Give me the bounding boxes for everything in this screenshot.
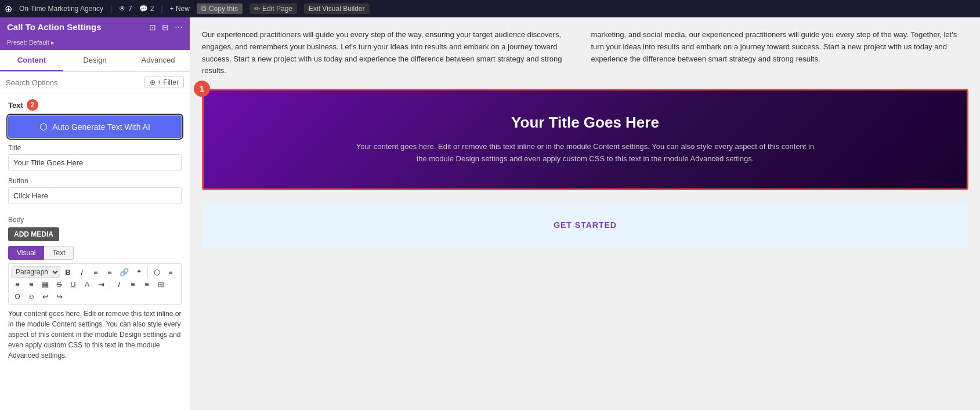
edit-label: Edit Page bbox=[262, 5, 292, 13]
button-input[interactable] bbox=[8, 187, 182, 204]
quote-button[interactable]: ❝ bbox=[132, 266, 145, 278]
filter-button[interactable]: ⊕ + Filter bbox=[144, 77, 184, 88]
text-section: Text 2 ⬡ Auto Generate Text With AI bbox=[0, 93, 190, 144]
ai-btn-label: Auto Generate Text With AI bbox=[52, 122, 150, 132]
comments-item[interactable]: 💬 2 bbox=[139, 5, 154, 13]
text-badge: 2 bbox=[27, 99, 38, 111]
comments-count: 2 bbox=[150, 5, 154, 13]
ai-icon: ⬡ bbox=[39, 121, 48, 132]
title-label: Title bbox=[8, 144, 182, 152]
col2-text: marketing, and social media, our experie… bbox=[591, 29, 969, 65]
title-section: Title Button bbox=[0, 144, 190, 216]
site-name-item[interactable]: On-Time Marketing Agency bbox=[19, 5, 103, 13]
site-name: On-Time Marketing Agency bbox=[19, 5, 103, 13]
align-justify-button[interactable]: ≡ bbox=[25, 279, 38, 290]
tab-design[interactable]: Design bbox=[63, 50, 126, 71]
text-section-label: Text 2 bbox=[8, 99, 182, 111]
cta-body: Your content goes here. Edit or remove t… bbox=[353, 141, 818, 165]
ai-generate-button[interactable]: ⬡ Auto Generate Text With AI bbox=[8, 115, 182, 138]
sidebar: Call To Action Settings ⊡ ⊟ ⋯ Preset: De… bbox=[0, 17, 190, 410]
toolbar-sep-2 bbox=[110, 279, 110, 290]
copy-label: Copy this bbox=[209, 5, 238, 13]
title-input[interactable] bbox=[8, 154, 182, 171]
views-item[interactable]: 👁 7 bbox=[119, 5, 132, 13]
redo-button[interactable]: ↪ bbox=[53, 291, 66, 302]
ul-button[interactable]: ≡ bbox=[89, 266, 102, 278]
topbar: ⊕ On-Time Marketing Agency | 👁 7 💬 2 | +… bbox=[0, 0, 980, 17]
title-field-group: Title bbox=[8, 144, 182, 171]
content-col-1: Our experienced practitioners will guide… bbox=[202, 29, 580, 77]
content-col-2: marketing, and social media, our experie… bbox=[591, 29, 969, 77]
indent-button[interactable]: ⇥ bbox=[95, 279, 107, 290]
col1-text: Our experienced practitioners will guide… bbox=[202, 29, 580, 77]
main-content: Our experienced practitioners will guide… bbox=[190, 17, 980, 410]
add-media-label: ADD MEDIA bbox=[14, 230, 53, 238]
list3-button[interactable]: ≡ bbox=[140, 279, 153, 290]
strike-button[interactable]: S bbox=[53, 279, 66, 290]
toolbar-sep-1 bbox=[147, 266, 148, 278]
cta-wrapper: 1 Your Title Goes Here Your content goes… bbox=[202, 89, 968, 190]
editor-tabs: Visual Text bbox=[8, 246, 182, 260]
align-center-button[interactable]: ≡ bbox=[164, 266, 177, 278]
sidebar-header: Call To Action Settings ⊡ ⊟ ⋯ bbox=[0, 17, 190, 37]
get-started-label: GET STARTED bbox=[554, 220, 617, 230]
comment-icon: 💬 bbox=[139, 5, 148, 13]
sidebar-header-icons: ⊡ ⊟ ⋯ bbox=[149, 23, 183, 32]
edit-page-button[interactable]: ✏ Edit Page bbox=[249, 3, 297, 14]
align-right-button[interactable]: ≡ bbox=[11, 279, 24, 290]
cta-title: Your Title Goes Here bbox=[511, 114, 659, 132]
link-button[interactable]: 🔗 bbox=[117, 266, 131, 278]
add-media-button[interactable]: ADD MEDIA bbox=[8, 227, 59, 241]
eye-icon: 👁 bbox=[119, 5, 126, 13]
bottom-strip: GET STARTED bbox=[202, 202, 968, 248]
exit-builder-button[interactable]: Exit Visual Builder bbox=[304, 3, 370, 14]
cta-badge: 1 bbox=[194, 81, 210, 97]
preset-label: Preset: Default ▸ bbox=[0, 37, 190, 50]
new-label: + New bbox=[170, 5, 190, 13]
maximize-icon[interactable]: ⊡ bbox=[149, 23, 156, 32]
tab-advanced[interactable]: Advanced bbox=[126, 50, 190, 71]
paragraph-select[interactable]: Paragraph bbox=[11, 266, 60, 278]
editor-tab-visual[interactable]: Visual bbox=[8, 246, 44, 260]
new-item[interactable]: + New bbox=[170, 5, 190, 13]
search-input[interactable] bbox=[6, 78, 141, 87]
button-label: Button bbox=[8, 177, 182, 185]
editor-toolbar: Paragraph B I ≡ ≡ 🔗 ❝ ⬡ ≡ ≡ ≡ ▦ S U A ⇥ … bbox=[8, 263, 182, 305]
sidebar-tabs: Content Design Advanced bbox=[0, 50, 190, 72]
align-left-button[interactable]: ⬡ bbox=[150, 266, 163, 278]
table-button[interactable]: ▦ bbox=[39, 279, 52, 290]
ol-button[interactable]: ≡ bbox=[103, 266, 116, 278]
views-count: 7 bbox=[128, 5, 132, 13]
omega-button[interactable]: Ω bbox=[11, 291, 24, 302]
expand-button[interactable]: ⊞ bbox=[154, 279, 167, 290]
body-label: Body bbox=[8, 216, 182, 224]
expand-icon[interactable]: ⊟ bbox=[162, 23, 169, 32]
wp-icon[interactable]: ⊕ bbox=[5, 3, 12, 14]
cta-module[interactable]: Your Title Goes Here Your content goes h… bbox=[202, 89, 968, 190]
italic-button[interactable]: I bbox=[75, 266, 88, 278]
emoji-button[interactable]: ☺ bbox=[25, 291, 38, 302]
color-button[interactable]: A bbox=[81, 279, 93, 290]
italic2-button[interactable]: I bbox=[113, 279, 125, 290]
body-section: Body ADD MEDIA Visual Text Paragraph B I bbox=[0, 216, 190, 372]
button-field-group: Button bbox=[8, 177, 182, 204]
exit-label: Exit Visual Builder bbox=[309, 5, 365, 13]
content-columns: Our experienced practitioners will guide… bbox=[202, 29, 968, 77]
sidebar-title: Call To Action Settings bbox=[7, 22, 102, 32]
filter-icon: ⊕ bbox=[150, 78, 156, 86]
editor-tab-text[interactable]: Text bbox=[44, 246, 74, 260]
undo-button[interactable]: ↩ bbox=[39, 291, 52, 302]
filter-label: + Filter bbox=[157, 78, 179, 86]
main-layout: Call To Action Settings ⊡ ⊟ ⋯ Preset: De… bbox=[0, 17, 980, 410]
copy-button[interactable]: ⧉ Copy this bbox=[197, 3, 243, 14]
copy-icon: ⧉ bbox=[201, 5, 207, 13]
edit-icon: ✏ bbox=[254, 5, 260, 13]
list2-button[interactable]: ≡ bbox=[126, 279, 139, 290]
underline-button[interactable]: U bbox=[67, 279, 79, 290]
search-bar: ⊕ + Filter bbox=[0, 72, 190, 93]
tab-content[interactable]: Content bbox=[0, 50, 63, 71]
bold-button[interactable]: B bbox=[62, 266, 74, 278]
body-text: Your content goes here. Edit or remove t… bbox=[8, 309, 182, 367]
more-icon[interactable]: ⋯ bbox=[175, 23, 183, 32]
